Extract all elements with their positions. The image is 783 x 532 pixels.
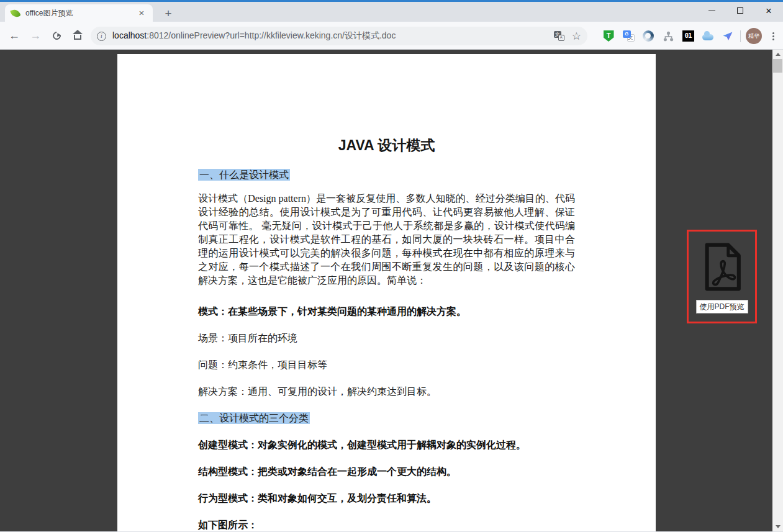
heading-text: 二、设计模式的三个分类 [198,412,310,424]
browser-window: office图片预览 × + × ← → i localhost:8012/on… [0,0,783,532]
extension-google-translate[interactable]: G 文 [621,28,636,44]
close-button[interactable]: × [754,0,783,21]
url-text: localhost:8012/onlinePreview?url=http://… [112,30,396,42]
translate-icon: G 文 [623,30,635,42]
extension-area: T G 文 01 [601,27,779,45]
home-icon [74,35,81,40]
scroll-up-button[interactable] [772,50,783,59]
doc-bold-line: 如下图所示： [198,518,575,531]
heading-text: 一、什么是设计模式 [198,169,290,181]
doc-line: 解决方案：通用、可复用的设计，解决约束达到目标。 [198,385,575,399]
document-title: JAVA 设计模式 [198,136,575,155]
doc-line: 场景：项目所在的环境 [198,331,575,345]
scrollbar-thumb[interactable] [773,59,782,73]
extension-reader-01[interactable]: 01 [681,28,695,44]
new-tab-button[interactable]: + [160,6,176,22]
01-icon: 01 [682,30,694,42]
page-info-icon[interactable]: i [97,32,106,41]
doc-section-heading: 一、什么是设计模式 [198,168,575,182]
address-bar[interactable]: i localhost:8012/onlinePreview?url=http:… [91,27,587,45]
close-icon: × [766,6,772,16]
translate-g-glyph: G [623,30,631,38]
spring-leaf-favicon [10,8,20,19]
reload-icon [51,30,62,41]
doc-paragraph: 设计模式（Design pattern）是一套被反复使用、多数人知晓的、经过分类… [198,192,575,287]
preview-viewport: JAVA 设计模式 一、什么是设计模式 设计模式（Design pattern）… [0,50,783,531]
pdf-preview-label: 使用PDF预览 [696,300,748,313]
minimize-icon [708,11,715,11]
minimize-button[interactable] [697,0,726,21]
home-button[interactable] [68,26,87,45]
translate-a-glyph: A [558,35,564,41]
bookmark-star-icon[interactable]: ☆ [572,30,581,43]
arrow-up-icon [776,53,781,56]
url-host: localhost [112,30,147,40]
arrow-down-icon [776,525,781,528]
chrome-menu-button[interactable] [767,28,779,44]
doc-section-heading: 二、设计模式的三个分类 [198,412,575,425]
ring-icon [643,30,654,42]
forward-button[interactable]: → [26,26,45,45]
browser-tab[interactable]: office图片预览 × [5,4,153,22]
shield-icon: T [604,30,614,42]
extension-tampermonkey[interactable]: T [601,28,616,44]
doc-bold-line: 行为型模式：类和对象如何交互，及划分责任和算法。 [198,492,575,505]
cloud-icon [702,34,713,40]
profile-avatar[interactable]: 精华 [746,28,762,44]
scrollbar[interactable] [772,50,783,531]
doc-line: 问题：约束条件，项目目标等 [198,358,575,372]
maximize-icon [737,7,743,14]
doc-bold-line: 模式：在某些场景下，针对某类问题的某种通用的解决方案。 [198,305,575,318]
extension-bird[interactable] [720,28,735,44]
extension-sitemap[interactable] [661,28,676,44]
tab-title: office图片预览 [25,8,137,19]
sitemap-icon [663,31,674,42]
reload-button[interactable] [47,26,66,45]
scroll-down-button[interactable] [772,522,783,531]
tab-close-icon[interactable]: × [137,8,147,18]
translate-page-icon[interactable]: 文 A [554,31,564,41]
window-controls: × [697,0,783,21]
extension-cloud[interactable] [700,28,715,44]
pdf-file-icon [698,241,746,293]
toolbar-divider [740,30,741,42]
document-page: JAVA 设计模式 一、什么是设计模式 设计模式（Design pattern）… [117,54,656,531]
pdf-preview-button[interactable]: 使用PDF预览 [687,230,757,323]
bird-icon [722,30,733,42]
doc-bold-line: 结构型模式：把类或对象结合在一起形成一个更大的结构。 [198,465,575,479]
url-path: :8012/onlinePreview?url=http://kkfilevie… [147,30,396,40]
tab-strip: office图片预览 × + × [0,2,783,22]
maximize-button[interactable] [726,0,754,21]
back-button[interactable]: ← [5,26,24,45]
extension-blue-ring[interactable] [641,28,656,44]
browser-toolbar: ← → i localhost:8012/onlinePreview?url=h… [0,22,783,50]
doc-bold-line: 创建型模式：对象实例化的模式，创建型模式用于解耦对象的实例化过程。 [198,438,575,452]
